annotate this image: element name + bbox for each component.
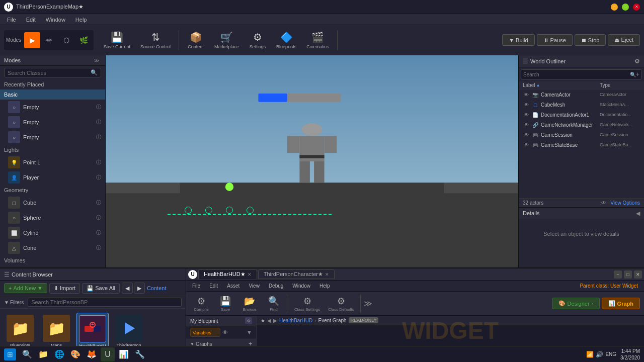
menu-help[interactable]: Help <box>70 16 92 24</box>
outliner-item-camera[interactable]: 👁 📷 CameraActor CameraActor <box>519 89 644 100</box>
bp-variable-value[interactable]: Variables <box>190 328 220 337</box>
outliner-col-label[interactable]: Label ▲ <box>523 82 600 88</box>
bp-close-button[interactable]: ✕ <box>634 270 642 279</box>
nav-forward-button[interactable]: ▶ <box>134 283 145 294</box>
search-classes-input[interactable] <box>8 70 91 76</box>
minimize-button[interactable]: − <box>611 4 618 11</box>
class-item-sphere[interactable]: ○ Sphere ⓘ <box>0 210 105 225</box>
mode-btn-landscape[interactable]: ⬡ <box>58 32 74 48</box>
blueprint-tab-thirdperson[interactable]: ThirdPersonCharacter★ ✕ <box>258 269 335 279</box>
bp-tab-healthbar-close[interactable]: ✕ <box>248 272 252 277</box>
maximize-button[interactable]: □ <box>622 4 629 11</box>
eject-button[interactable]: ⏏ Eject <box>608 34 640 46</box>
class-item-cone[interactable]: △ Cone ⓘ <box>0 240 105 255</box>
geometry-header[interactable]: Geometry <box>0 185 105 195</box>
breadcrumb-star-icon[interactable]: ★ <box>261 318 265 323</box>
bp-browse-button[interactable]: 📂 Browse <box>238 295 261 313</box>
outliner-item-cubemesh[interactable]: 👁 ◻ CubeMesh StaticMeshA... <box>519 100 644 110</box>
class-item-empty-1[interactable]: ○ Empty ⓘ <box>0 115 105 130</box>
eye-icon-state[interactable]: 👁 <box>523 141 530 148</box>
toolbar-content[interactable]: 📦 Content <box>183 30 208 50</box>
start-button[interactable]: ⊞ <box>4 348 16 360</box>
class-item-empty-0[interactable]: ○ Empty ⓘ <box>0 100 105 115</box>
eye-icon-session[interactable]: 👁 <box>523 131 530 138</box>
bp-menu-file[interactable]: File <box>188 282 204 290</box>
modes-expand-icon[interactable]: ≫ <box>94 58 99 63</box>
pause-button[interactable]: ⏸ Pause <box>537 34 573 46</box>
taskbar-volume-icon[interactable]: 🔊 <box>596 351 603 358</box>
bp-menu-view[interactable]: View <box>245 282 264 290</box>
mode-btn-paint[interactable]: ✏ <box>41 32 57 48</box>
bp-tab-thirdperson-close[interactable]: ✕ <box>325 272 329 277</box>
close-button[interactable]: ✕ <box>633 4 640 11</box>
eye-icon-net[interactable]: 👁 <box>523 121 530 128</box>
basic-header[interactable]: Basic <box>0 89 105 100</box>
mode-btn-place[interactable]: ▶ <box>24 32 40 48</box>
bp-save-button[interactable]: 💾 Save <box>214 295 236 313</box>
outliner-menu-icon[interactable]: ⚙ <box>634 58 640 65</box>
save-all-button[interactable]: 💾 Save All <box>82 283 120 294</box>
my-blueprint-options-button[interactable]: ⚙ <box>245 317 252 324</box>
taskbar-browser-2[interactable]: 🦊 <box>85 347 99 361</box>
bp-find-button[interactable]: 🔍 Find <box>263 295 285 313</box>
class-item-empty-2[interactable]: ○ Empty ⓘ <box>0 130 105 145</box>
eye-icon-cube[interactable]: 👁 <box>523 101 530 108</box>
add-new-button[interactable]: + Add New ▼ <box>4 283 47 293</box>
outliner-search-input[interactable] <box>523 72 630 77</box>
eye-icon-camera[interactable]: 👁 <box>523 91 530 98</box>
details-collapse-icon[interactable]: ◀ <box>636 210 640 217</box>
designer-button[interactable]: 🎨 Designer › <box>552 298 600 309</box>
toolbar-blueprints[interactable]: 🔷 Blueprints <box>272 30 300 50</box>
recently-placed-header[interactable]: Recently Placed <box>0 79 105 89</box>
nav-back-button[interactable]: ◀ <box>122 283 133 294</box>
toolbar-cinematics[interactable]: 🎬 Cinematics <box>302 30 333 50</box>
class-item-cube[interactable]: ◻ Cube ⓘ <box>0 195 105 210</box>
taskbar-photoshop[interactable]: 🎨 <box>68 347 83 361</box>
outliner-item-gamesession[interactable]: 👁 🎮 GameSession GameSession <box>519 130 644 140</box>
import-button[interactable]: ⬇ Import <box>49 283 80 294</box>
menu-window[interactable]: Window <box>41 16 70 24</box>
class-item-pointlight[interactable]: 💡 Point L ⓘ <box>0 155 105 170</box>
menu-file[interactable]: File <box>2 16 21 24</box>
variable-add-icon[interactable]: 👁 <box>222 329 228 335</box>
graph-button[interactable]: 📊 Graph <box>602 298 640 309</box>
build-button[interactable]: ▼ Build <box>502 34 534 46</box>
bp-menu-window[interactable]: Window <box>288 282 314 290</box>
taskbar-ue4[interactable]: U <box>101 347 115 361</box>
bp-menu-asset[interactable]: Asset <box>223 282 244 290</box>
taskbar-file-explorer[interactable]: 📁 <box>36 347 50 361</box>
bp-maximize-button[interactable]: □ <box>624 270 632 279</box>
mode-btn-foliage[interactable]: 🌿 <box>75 32 92 48</box>
outliner-item-documentation[interactable]: 👁 📄 DocumentationActor1 Documentatio... <box>519 110 644 120</box>
breadcrumb-back-icon[interactable]: ◀ <box>267 318 271 323</box>
breadcrumb-forward-icon[interactable]: ▶ <box>273 318 277 323</box>
class-item-cylinder[interactable]: ⬜ Cylind ⓘ <box>0 225 105 240</box>
bp-class-defaults-button[interactable]: ⚙ Class Defaults <box>325 295 357 313</box>
outliner-add-icon[interactable]: + <box>636 71 639 78</box>
bp-class-settings-button[interactable]: ⚙ Class Settings <box>291 295 323 313</box>
bp-menu-help[interactable]: Help <box>315 282 334 290</box>
bp-menu-edit[interactable]: Edit <box>205 282 222 290</box>
bp-menu-debug[interactable]: Debug <box>265 282 287 290</box>
breadcrumb-item-1[interactable]: HealthBarHUD <box>279 318 312 323</box>
outliner-col-type[interactable]: Type <box>600 82 640 88</box>
stop-button[interactable]: ⏹ Stop <box>575 34 606 46</box>
toolbar-save-current[interactable]: 💾 Save Current <box>100 30 134 50</box>
bp-toolbar-expand-icon[interactable]: ≫ <box>364 299 372 308</box>
taskbar-app2[interactable]: 🔧 <box>133 347 147 361</box>
bp-minimize-button[interactable]: − <box>614 270 622 279</box>
toolbar-source-control[interactable]: ⇅ Source Control <box>136 30 175 50</box>
taskbar-network-icon[interactable]: 📶 <box>586 351 594 358</box>
outliner-item-networkmanager[interactable]: 👁 🔗 GameNetworkManager GameNetwork... <box>519 120 644 130</box>
taskbar-app1[interactable]: 📊 <box>117 347 131 361</box>
taskbar-search[interactable]: 🔍 <box>20 347 34 361</box>
filters-button[interactable]: ▼ Filters <box>4 300 24 305</box>
toolbar-marketplace[interactable]: 🛒 Marketplace <box>210 30 243 50</box>
volumes-header[interactable]: Volumes <box>0 255 105 265</box>
viewport[interactable] <box>106 55 518 267</box>
eye-icon-doc[interactable]: 👁 <box>523 111 530 118</box>
variable-eye-icon[interactable]: ▼ <box>247 329 252 335</box>
lights-header[interactable]: Lights <box>0 145 105 155</box>
cb-search-input[interactable] <box>31 299 178 305</box>
view-options-link[interactable]: View Options <box>610 200 640 206</box>
